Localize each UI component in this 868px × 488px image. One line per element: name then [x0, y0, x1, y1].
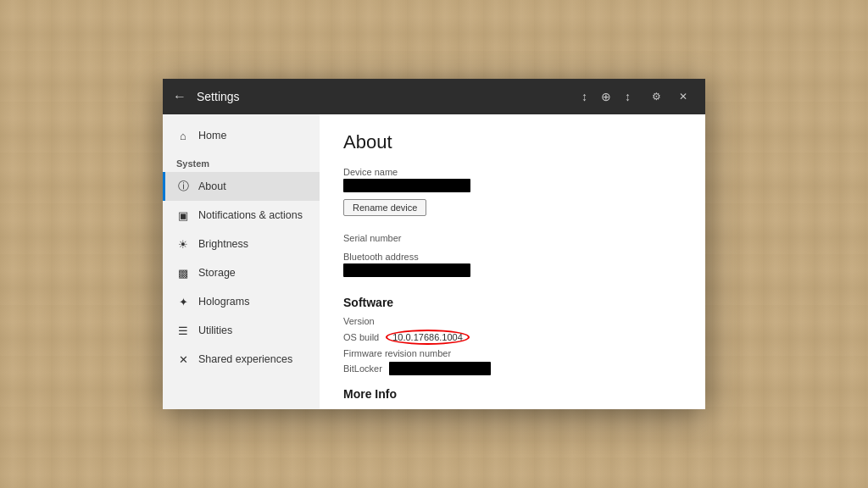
- rename-device-button[interactable]: Rename device: [343, 199, 426, 216]
- sidebar-section-system: System: [163, 150, 320, 172]
- main-content: About Device name Rename device Serial n…: [320, 114, 705, 409]
- sidebar-shared-label: Shared experiences: [198, 353, 292, 365]
- window-title: Settings: [197, 90, 581, 103]
- device-name-value: [343, 179, 470, 192]
- bitlocker-value: [389, 362, 491, 375]
- sidebar-storage-label: Storage: [198, 267, 236, 279]
- sidebar-item-notifications[interactable]: ▣ Notifications & actions: [163, 201, 320, 230]
- sidebar-brightness-label: Brightness: [198, 238, 248, 250]
- brightness-icon: ☀: [176, 238, 190, 251]
- device-name-label: Device name: [343, 167, 682, 177]
- settings-window: ← Settings ↕ ⊕ ↕ ⚙ ✕ ⌂ Home System ⓘ Abo…: [163, 79, 705, 409]
- home-icon: ⌂: [176, 130, 190, 142]
- sidebar-item-about[interactable]: ⓘ About: [163, 172, 320, 201]
- holograms-icon: ✦: [176, 296, 190, 308]
- settings-icon[interactable]: ⊕: [601, 90, 611, 103]
- sidebar-holograms-label: Holograms: [198, 296, 249, 308]
- sidebar-home-label: Home: [198, 130, 226, 141]
- sidebar-item-holograms[interactable]: ✦ Holograms: [163, 287, 320, 316]
- firmware-row: Firmware revision number: [343, 348, 682, 358]
- gear-icon-btn[interactable]: ⚙: [644, 85, 668, 108]
- software-section-title: Software: [343, 296, 682, 309]
- sidebar-item-shared-experiences[interactable]: ✕ Shared experiences: [163, 345, 320, 374]
- version-row: Version: [343, 316, 682, 326]
- sidebar-item-storage[interactable]: ▩ Storage: [163, 258, 320, 287]
- bluetooth-label: Bluetooth address: [343, 252, 682, 262]
- storage-icon: ▩: [176, 267, 190, 280]
- system-label: System: [176, 158, 209, 169]
- sidebar-utilities-label: Utilities: [198, 324, 232, 336]
- os-build-value: 10.0.17686.1004: [386, 330, 470, 345]
- person-icon[interactable]: ↕: [581, 90, 587, 103]
- serial-number-label: Serial number: [343, 233, 682, 243]
- version-label: Version: [343, 316, 375, 326]
- close-button[interactable]: ✕: [671, 85, 695, 108]
- content-area: ⌂ Home System ⓘ About ▣ Notifications & …: [163, 114, 705, 409]
- utilities-icon: ☰: [176, 324, 190, 337]
- sidebar: ⌂ Home System ⓘ About ▣ Notifications & …: [163, 114, 320, 409]
- os-build-label: OS build: [343, 332, 379, 342]
- os-build-row: OS build 10.0.17686.1004: [343, 330, 682, 345]
- firmware-label: Firmware revision number: [343, 348, 451, 358]
- title-bar-icon-group: ↕ ⊕ ↕: [581, 90, 631, 103]
- notifications-icon: ▣: [176, 209, 190, 222]
- about-icon: ⓘ: [176, 179, 190, 194]
- upload-icon[interactable]: ↕: [625, 90, 631, 103]
- sidebar-about-label: About: [198, 180, 226, 192]
- sidebar-item-brightness[interactable]: ☀ Brightness: [163, 230, 320, 258]
- sidebar-item-utilities[interactable]: ☰ Utilities: [163, 316, 320, 345]
- bitlocker-row: BitLocker: [343, 362, 682, 375]
- sidebar-notifications-label: Notifications & actions: [198, 209, 303, 221]
- sidebar-item-home[interactable]: ⌂ Home: [163, 121, 320, 150]
- help-support-link[interactable]: Help and support: [343, 408, 420, 409]
- window-controls: ⚙ ✕: [644, 85, 695, 108]
- shared-icon: ✕: [176, 353, 190, 366]
- more-info-title: More Info: [343, 387, 682, 401]
- bitlocker-label: BitLocker: [343, 363, 382, 374]
- title-bar: ← Settings ↕ ⊕ ↕ ⚙ ✕: [163, 79, 705, 114]
- page-title: About: [343, 131, 682, 153]
- back-button[interactable]: ←: [173, 89, 186, 104]
- serial-bluetooth-value: [343, 263, 470, 277]
